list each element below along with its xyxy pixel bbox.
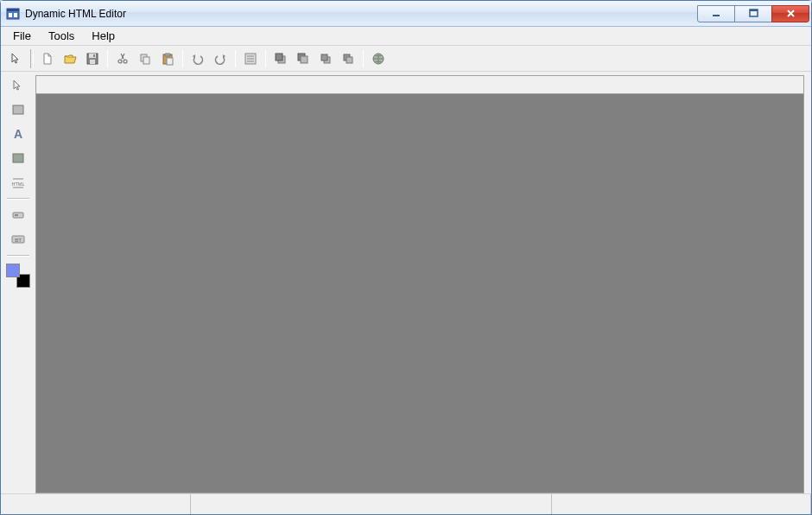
toolbar-separator bbox=[363, 50, 364, 67]
menu-file[interactable]: File bbox=[4, 28, 40, 44]
maximize-button[interactable] bbox=[734, 5, 772, 22]
send-to-back-button[interactable] bbox=[293, 48, 314, 69]
bring-forward-button[interactable] bbox=[315, 48, 336, 69]
svg-text:HTML: HTML bbox=[12, 181, 25, 187]
svg-text:A: A bbox=[14, 127, 22, 141]
menu-bar: File Tools Help bbox=[1, 27, 811, 46]
redo-button[interactable] bbox=[210, 48, 231, 69]
foreground-color-swatch[interactable] bbox=[6, 264, 20, 277]
side-select-tool[interactable] bbox=[8, 75, 29, 96]
cut-button[interactable] bbox=[112, 48, 133, 69]
svg-rect-3 bbox=[14, 13, 17, 17]
canvas[interactable] bbox=[35, 94, 804, 493]
close-button[interactable] bbox=[771, 5, 809, 22]
save-button[interactable] bbox=[82, 48, 103, 69]
svg-rect-2 bbox=[9, 13, 12, 17]
svg-rect-10 bbox=[93, 54, 95, 57]
side-text-button-tool[interactable]: BT bbox=[8, 229, 29, 250]
open-button[interactable] bbox=[60, 48, 80, 69]
paste-button[interactable] bbox=[157, 48, 178, 69]
svg-text:BT: BT bbox=[15, 238, 22, 243]
new-button[interactable] bbox=[37, 48, 58, 69]
toolbar-separator bbox=[182, 50, 183, 67]
side-separator bbox=[7, 255, 29, 257]
svg-rect-1 bbox=[7, 9, 19, 11]
svg-rect-38 bbox=[15, 214, 18, 216]
select-tool-button[interactable] bbox=[6, 48, 27, 69]
undo-button[interactable] bbox=[187, 48, 208, 69]
application-window: Dynamic HTML Editor File Tools Help bbox=[0, 0, 812, 515]
status-pane-3 bbox=[552, 494, 811, 514]
toolbar-separator bbox=[107, 50, 108, 67]
svg-rect-9 bbox=[90, 60, 95, 64]
side-form-button-tool[interactable] bbox=[8, 205, 29, 226]
side-html-tool[interactable]: HTML bbox=[8, 172, 29, 193]
toolbar-separator bbox=[235, 50, 236, 67]
status-pane-1 bbox=[1, 494, 191, 514]
title-bar[interactable]: Dynamic HTML Editor bbox=[1, 1, 811, 27]
svg-rect-6 bbox=[750, 10, 758, 11]
toolbar-separator bbox=[265, 50, 266, 67]
send-backward-button[interactable] bbox=[338, 48, 358, 69]
toolbar-grip[interactable] bbox=[30, 49, 34, 68]
svg-rect-17 bbox=[167, 58, 173, 65]
window-title: Dynamic HTML Editor bbox=[25, 8, 698, 20]
svg-rect-29 bbox=[346, 57, 352, 63]
minimize-button[interactable] bbox=[697, 5, 735, 22]
window-controls bbox=[698, 5, 809, 22]
svg-rect-14 bbox=[143, 57, 149, 64]
web-preview-button[interactable] bbox=[368, 48, 389, 69]
side-image-tool[interactable] bbox=[8, 148, 29, 168]
side-rectangle-tool[interactable] bbox=[8, 99, 29, 120]
svg-rect-31 bbox=[13, 105, 23, 114]
status-pane-2 bbox=[191, 494, 552, 514]
svg-rect-33 bbox=[13, 154, 23, 162]
svg-rect-25 bbox=[301, 56, 308, 63]
side-text-tool[interactable]: A bbox=[8, 124, 29, 144]
workspace: A HTML BT bbox=[1, 72, 811, 493]
main-toolbar bbox=[1, 46, 811, 72]
ruler-horizontal bbox=[35, 75, 804, 94]
status-bar bbox=[1, 493, 811, 514]
svg-rect-16 bbox=[165, 54, 170, 56]
bring-to-front-button[interactable] bbox=[270, 48, 291, 69]
copy-button[interactable] bbox=[135, 48, 155, 69]
svg-rect-23 bbox=[276, 54, 282, 60]
properties-button[interactable] bbox=[240, 48, 261, 69]
color-swatch[interactable] bbox=[6, 264, 30, 288]
side-tool-palette: A HTML BT bbox=[1, 72, 35, 493]
menu-help[interactable]: Help bbox=[83, 28, 124, 44]
canvas-zone bbox=[35, 75, 804, 493]
menu-tools[interactable]: Tools bbox=[40, 28, 83, 44]
app-icon bbox=[6, 7, 20, 21]
svg-rect-4 bbox=[713, 15, 720, 16]
side-separator bbox=[7, 198, 29, 200]
svg-rect-27 bbox=[321, 54, 327, 60]
